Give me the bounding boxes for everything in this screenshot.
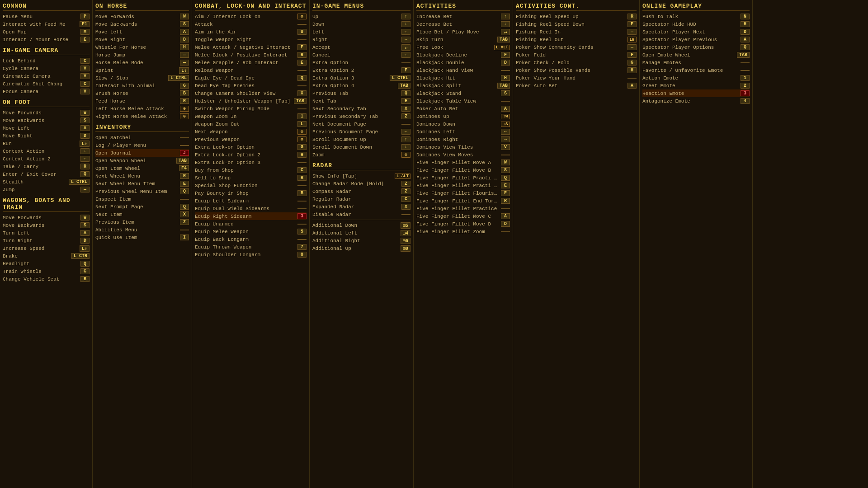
list-item: Train Whistle G — [3, 267, 90, 275]
list-item: Previous Tab Q — [312, 89, 410, 97]
list-item: Zoom ⊙ — [312, 151, 410, 159]
list-item: Blackjack Hit H — [416, 74, 510, 82]
list-item: Next Weapon ⊙ — [195, 128, 307, 136]
list-item: Extra Lock-on Option 2 H — [195, 151, 307, 159]
list-item: Extra Lock-on Option G — [195, 143, 307, 151]
list-item: Increase Bet ↑ — [416, 13, 510, 20]
list-item: Place Bet / Play Move ↵ — [416, 28, 510, 36]
list-item: Poker Show Community Cards — — [516, 43, 637, 51]
list-item: Previous Secondary Tab Z — [312, 113, 410, 120]
list-item: Open Weapon Wheel TAB — [95, 157, 189, 164]
list-item: Open Map M — [3, 28, 90, 36]
list-item: Extra Option 4 TAB — [312, 82, 410, 89]
list-item: Eagle Eye / Dead Eye Q — [195, 74, 307, 82]
list-item: Equip Thrown Weapon 7 — [195, 243, 307, 251]
list-item: Dominoes View Moves — [416, 151, 510, 159]
list-item: Poker Auto Bet A — [516, 82, 637, 89]
list-item: Spectator Hide HUD H — [642, 20, 750, 28]
list-item: Toggle Weapon Sight — [195, 36, 307, 43]
list-item: Next Tab E — [312, 97, 410, 105]
list-item: Special Shop Function — [195, 182, 307, 189]
list-item: Cinematic Shot Chang C — [3, 80, 90, 88]
list-item: Change Vehicle Seat B — [3, 275, 90, 283]
list-item: Dominoes Up ↑W — [416, 113, 510, 120]
list-item: Additional Up ⊞0 — [312, 244, 410, 252]
list-item: Focus Camera V — [3, 88, 90, 95]
list-item: Manage Emotes — [642, 59, 750, 66]
list-item: Move Forwards W — [3, 109, 90, 117]
list-item: Next Document Page — [312, 120, 410, 128]
list-item: Poker Auto Bet A — [416, 105, 510, 113]
header-ingame-camera: In-Game Camera — [3, 47, 90, 55]
list-item: Previous Item Z — [95, 218, 189, 226]
list-item: Run L⇧ — [3, 140, 90, 147]
list-item: Next Prompt Page Q — [95, 203, 189, 211]
list-item: Five Finger Fillet Practi Left Q — [416, 174, 510, 182]
list-item: Previous Document Page ← — [312, 128, 410, 136]
list-item: Open Journal J — [95, 149, 189, 157]
list-item: Cancel ← — [312, 51, 410, 59]
list-item: Additional Right ⊞6 — [312, 237, 410, 244]
list-item: Dominoes View Tiles V — [416, 143, 510, 151]
list-item: Next Secondary Tab X — [312, 105, 410, 113]
list-item: Five Finger Fillet Flourish & Co F — [416, 189, 510, 197]
list-item: Log / Player Menu — [95, 141, 189, 149]
list-item: Five Finger Fillet Practice — [416, 205, 510, 212]
list-item: Buy from Shop C — [195, 166, 307, 174]
list-item: Sprint L⇧ — [95, 66, 189, 74]
list-item: Up ↑ — [312, 13, 410, 20]
list-item: Fishing Reel Speed Down F — [516, 20, 637, 28]
list-item: Melee Attack / Negative Interact F — [195, 43, 307, 51]
list-item: Additional Down ⊞5 — [312, 221, 410, 229]
list-item: Move Left A — [3, 124, 90, 132]
list-item: Holster / Unholster Weapon [Tap] TAB — [195, 97, 307, 105]
list-item: Five Finger Fillet End Turn/At R — [416, 197, 510, 205]
list-item: Stealth L CTRL — [3, 178, 90, 186]
list-item: Equip Dual Wield Sidearms — [195, 205, 307, 212]
list-item: Equip Right Sidearm 3 — [195, 212, 307, 220]
list-item: Five Finger Fillet Move D D — [416, 220, 510, 228]
header-on-horse: On Horse — [95, 3, 189, 11]
list-item: Blackjack Split TAB — [416, 82, 510, 89]
list-item: Move Right D — [95, 36, 189, 43]
list-item: Accept ↵ — [312, 43, 410, 51]
list-item: Down ↓ — [312, 20, 410, 28]
list-item: Equip Shoulder Longarm 8 — [195, 251, 307, 258]
list-item: Show Info [Tap] L ALT — [312, 172, 410, 180]
list-item: Next Wheel Menu Item E — [95, 180, 189, 188]
list-item: Scroll Document Up ↑ — [312, 136, 410, 143]
list-item: Feed Horse R — [95, 97, 189, 105]
list-item: Move Right D — [3, 132, 90, 140]
list-item: Inspect Item — [95, 195, 189, 203]
column-on-horse: On Horse Move Forwards W Move Backwards … — [93, 0, 192, 488]
list-item: Increase Speed L⇧ — [3, 244, 90, 252]
header-common: Common — [3, 3, 90, 11]
list-item: Blackjack Double D — [416, 59, 510, 66]
list-item: Jump — — [3, 186, 90, 193]
list-item: Open Emote Wheel TAB — [642, 51, 750, 59]
list-item: Reaction Emote 3 — [642, 89, 750, 97]
list-item: Attack — [195, 20, 307, 28]
column-combat: Combat, Lock-On and Interact Aim / Inter… — [192, 0, 310, 488]
list-item: Weapon Zoom Out L — [195, 120, 307, 128]
list-item: Dominoes Down ↓S — [416, 120, 510, 128]
list-item: Open Satchel — [95, 134, 189, 141]
list-item: Blackjack Table View — [416, 97, 510, 105]
list-item: Interact / Mount Horse E — [3, 36, 90, 43]
list-item: Favorite / Unfavorite Emote — [642, 66, 750, 74]
list-item: Whistle For Horse H — [95, 43, 189, 51]
list-item: Aim / Interact Lock-on ⊙ — [195, 13, 307, 20]
list-item: Slow / Stop L CTRL — [95, 74, 189, 82]
list-item: Poker Fold F — [516, 51, 637, 59]
list-item: Pay Bounty in Shop B — [195, 189, 307, 197]
list-item: Skip Turn TAB — [416, 36, 510, 43]
list-item: Extra Lock-on Option 3 — [195, 159, 307, 166]
list-item: Move Left A — [95, 28, 189, 36]
header-on-foot: On Foot — [3, 99, 90, 107]
list-item: Look Behind C — [3, 57, 90, 65]
list-item: Next Item X — [95, 211, 189, 218]
list-item: Interact with Feed Me F1 — [3, 20, 90, 28]
list-item: Equip Melee Weapon 5 — [195, 228, 307, 235]
list-item: Scroll Document Down ↓ — [312, 143, 410, 151]
list-item: Sell to Shop R — [195, 174, 307, 182]
